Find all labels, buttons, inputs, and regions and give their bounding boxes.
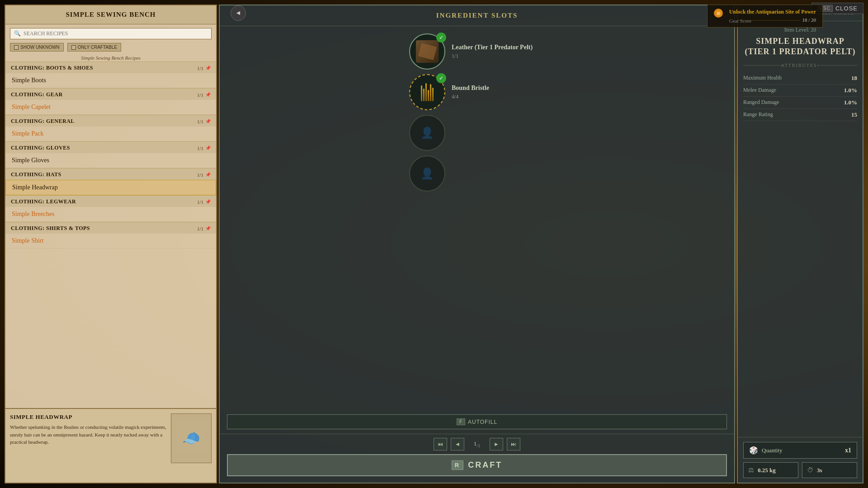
results-panel: EXPECTED RESULTS STATION TRAITS Item Lev…: [737, 5, 863, 483]
item-info-text: SIMPLE HEADWRAP Whether spelunking in th…: [10, 413, 166, 478]
search-bar[interactable]: 🔍: [10, 28, 212, 39]
nav-next-button[interactable]: ►: [490, 438, 503, 450]
recipe-simple-gloves[interactable]: Simple Gloves: [5, 153, 216, 168]
attribute-ranged-damage: Ranged Damage 1.0%: [743, 97, 857, 109]
show-unknown-label: SHOW UNKNOWN: [20, 45, 60, 50]
quest-title: Unlock the Antiquarian Site of Power: [729, 9, 816, 15]
ingredient-slot-3[interactable]: 👤: [409, 115, 545, 151]
craft-button[interactable]: R CRAFT: [227, 454, 727, 476]
recipe-simple-capelet[interactable]: Simple Capelet: [5, 100, 216, 115]
show-unknown-button[interactable]: SHOW UNKNOWN: [10, 43, 64, 52]
category-legwear-count: 1/1 📌: [197, 199, 211, 205]
recipe-list: CLOTHING: BOOTS & SHOES 1/1 📌 Simple Boo…: [5, 61, 216, 408]
slot-empty-icon-4: 👤: [420, 167, 434, 180]
nav-last-button[interactable]: ⏭: [507, 438, 520, 450]
category-boots-shoes-name: CLOTHING: BOOTS & SHOES: [11, 65, 93, 71]
category-general-count: 1/1 📌: [197, 119, 211, 124]
autofill-label: AUTOFILL: [468, 419, 497, 425]
weight-stat: ⚖ 0.25 kg: [743, 462, 798, 478]
only-craftable-button[interactable]: ONLY CRAFTABLE: [67, 43, 121, 52]
nav-first-button[interactable]: ⏮: [434, 438, 447, 450]
recipe-panel: SIMPLE SEWING BENCH 🔍 SHOW UNKNOWN ONLY …: [5, 5, 217, 483]
category-general: CLOTHING: GENERAL 1/1 📌: [5, 115, 216, 127]
attributes-label: ATTRIBUTES:: [781, 63, 820, 68]
category-gear-name: CLOTHING: GEAR: [11, 91, 63, 98]
category-gear-count: 1/1 📌: [197, 92, 211, 98]
bristle-line-5: [430, 84, 431, 101]
attribute-melee-damage: Melee Damage 1.0%: [743, 84, 857, 97]
item-info-panel: SIMPLE HEADWRAP Whether spelunking in th…: [5, 408, 216, 483]
attr-max-health-name: Maximum Health: [743, 75, 782, 81]
search-input[interactable]: [24, 30, 208, 37]
bristle-icon: [416, 81, 439, 103]
slot-circle-2: ✓: [409, 74, 445, 110]
ingredient-slot-2[interactable]: ✓ Bound Bristle 4/4: [409, 74, 545, 110]
pin-icon-gloves: 📌: [205, 145, 211, 150]
category-gloves: CLOTHING: GLOVES 1/1 📌: [5, 141, 216, 153]
autofill-button[interactable]: F AUTOFILL: [227, 414, 727, 429]
nav-total: /1: [476, 443, 480, 448]
item-info-name: SIMPLE HEADWRAP: [10, 413, 166, 421]
slot-check-2: ✓: [436, 73, 446, 83]
weight-value: 0.25 kg: [758, 467, 776, 474]
only-craftable-checkbox: [71, 45, 76, 50]
only-craftable-label: ONLY CRAFTABLE: [78, 45, 117, 50]
category-gloves-name: CLOTHING: GLOVES: [11, 145, 70, 151]
leather-icon: [416, 40, 439, 63]
filter-row: SHOW UNKNOWN ONLY CRAFTABLE: [10, 43, 212, 52]
category-hats: CLOTHING: HATS 1/1 📌: [5, 168, 216, 180]
bottom-right: 🎲 Quantity x1 ⚖ 0.25 kg ⏱ 3s: [738, 437, 863, 483]
item-info-image: 🧢: [171, 413, 212, 463]
attr-ranged-damage-name: Ranged Damage: [743, 99, 779, 106]
category-gear: CLOTHING: GEAR 1/1 📌: [5, 88, 216, 100]
bristle-line-6: [432, 88, 434, 101]
nav-row: ⏮ ◄ 1/1 ► ⏭: [220, 434, 734, 454]
pin-icon: 📌: [205, 66, 211, 70]
category-boots-shoes-count: 1/1 📌: [197, 66, 211, 71]
craft-stats-row: ⚖ 0.25 kg ⏱ 3s: [743, 462, 857, 478]
show-unknown-checkbox: [14, 45, 19, 50]
ingredient-slots-title: INGREDIENT SLOTS: [220, 5, 734, 26]
slot-circle-4: 👤: [409, 155, 445, 192]
category-gloves-count: 1/1 📌: [197, 145, 211, 151]
recipe-simple-boots[interactable]: Simple Boots: [5, 73, 216, 88]
recipe-panel-title: SIMPLE SEWING BENCH: [5, 5, 216, 24]
attr-melee-damage-value: 1.0%: [844, 87, 857, 94]
category-legwear: CLOTHING: LEGWEAR 1/1 📌: [5, 195, 216, 207]
bristle-line-4: [428, 90, 429, 101]
attribute-max-health: Maximum Health 18: [743, 72, 857, 84]
nav-count: 1/1: [468, 440, 486, 448]
headwrap-image: 🧢: [175, 422, 207, 454]
quantity-value: x1: [845, 447, 851, 454]
ingredient-info-1: Leather (Tier 1 Predator Pelt) 1/1: [452, 44, 545, 60]
time-value: 3s: [817, 467, 822, 474]
gear-score-label: Gear Score: [729, 18, 751, 23]
category-shirts: CLOTHING: SHIRTS & TOPS 1/1 📌: [5, 222, 216, 234]
back-button[interactable]: ◄: [231, 5, 246, 21]
recipe-simple-breeches[interactable]: Simple Breeches: [5, 207, 216, 222]
gear-score-value: 18 / 20: [802, 17, 816, 23]
nav-prev-button[interactable]: ◄: [451, 438, 464, 450]
search-icon: 🔍: [14, 30, 21, 37]
ingredient-slot-1[interactable]: ✓ Leather (Tier 1 Predator Pelt) 1/1: [409, 33, 545, 70]
attributes-divider: ATTRIBUTES:: [743, 63, 857, 68]
slot-circle-3: 👤: [409, 115, 445, 151]
ingredient-slot-4[interactable]: 👤: [409, 155, 545, 192]
category-hats-name: CLOTHING: HATS: [11, 171, 61, 178]
recipe-simple-shirt[interactable]: Simple Shirt: [5, 234, 216, 249]
craft-key-badge: R: [452, 460, 463, 470]
autofill-key-badge: F: [457, 418, 465, 425]
attr-range-rating-value: 15: [851, 111, 857, 118]
weight-unit: kg: [769, 467, 776, 474]
recipe-simple-headwrap[interactable]: Simple Headwrap: [5, 180, 216, 195]
category-hats-count: 1/1 📌: [197, 172, 211, 178]
item-level-value: 20: [811, 27, 816, 33]
craft-panel: INGREDIENT SLOTS ✓ Leather (Tier 1 Preda…: [219, 5, 735, 483]
pin-icon-general: 📌: [205, 119, 211, 124]
recipe-simple-pack[interactable]: Simple Pack: [5, 127, 216, 141]
bristle-line-3: [425, 83, 427, 101]
item-info-desc: Whether spelunking in the Realms or cond…: [10, 423, 166, 446]
pin-icon-hats: 📌: [205, 172, 211, 177]
category-boots-shoes: CLOTHING: BOOTS & SHOES 1/1 📌: [5, 61, 216, 73]
attr-range-rating-name: Range Rating: [743, 111, 773, 118]
